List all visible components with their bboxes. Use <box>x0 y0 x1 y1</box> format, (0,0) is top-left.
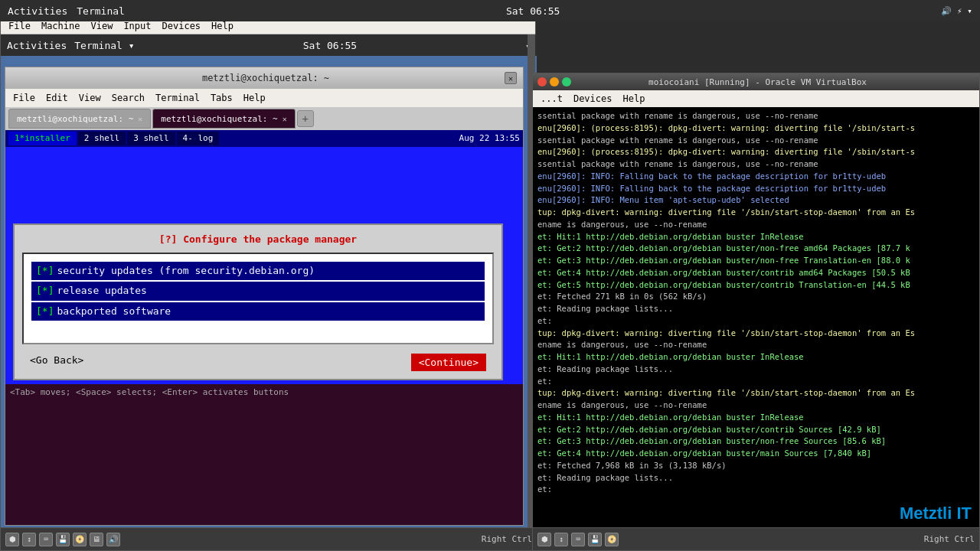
term-menu-help[interactable]: Help <box>239 91 270 105</box>
vbox-right-min[interactable] <box>550 77 559 86</box>
terminal-new-tab-button[interactable]: + <box>297 110 314 127</box>
host-activities[interactable]: Activities <box>8 5 67 17</box>
dialog-title: [?] Configure the package manager <box>22 233 494 246</box>
vbox-right-controls[interactable] <box>537 77 571 86</box>
screen-tab-shell2[interactable]: 2 shell <box>78 132 126 145</box>
log-line: enu[2960]: (process:8195): dpkg-divert: … <box>537 122 975 135</box>
log-line: et: Reading package lists... <box>537 303 975 315</box>
vbox-right-menu-help[interactable]: Help <box>618 92 649 106</box>
log-line: et: Get:3 http://deb.debian.org/debian b… <box>537 255 975 267</box>
dialog-option-release[interactable]: [*] release updates <box>31 282 485 300</box>
vbox-right-menu-1[interactable]: ...t <box>536 92 567 106</box>
vm-desktop: Activities Terminal ▾ Sat 06:55 ▾ metztl… <box>1 34 537 529</box>
log-line: et: Fetched 7,968 kB in 3s (3,138 kB/s) <box>537 460 975 472</box>
log-line: enu[2960]: INFO: Falling back to the pac… <box>537 183 975 195</box>
log-line: tup: dpkg-divert: warning: diverting fil… <box>537 328 975 340</box>
screen-tab-installer[interactable]: 1*installer <box>8 132 77 145</box>
vbox-right-icon-5: 📀 <box>605 533 619 546</box>
log-line: ename is dangerous, use --no-rename <box>537 399 975 412</box>
terminal-tab-bar: metztli@xochiquetzal: ~ ✕ metztli@xochiq… <box>5 107 523 130</box>
terminal-tab-2[interactable]: metztli@xochiquetzal: ~ ✕ <box>152 109 295 129</box>
vbox-right-bottom-bar: ⬢ ↕ ⌨ 💾 📀 Right Ctrl <box>533 527 979 550</box>
log-line: et: Get:5 http://deb.debian.org/debian b… <box>537 279 975 292</box>
terminal-title: metztli@xochiquetzal: ~ <box>27 73 505 83</box>
screen-tab-log[interactable]: 4- log <box>177 132 220 145</box>
dialog-option-release-label: release updates <box>57 284 146 298</box>
log-line: enu[2960]: (process:8195): dpkg-divert: … <box>537 146 975 158</box>
terminal-tab-1[interactable]: metztli@xochiquetzal: ~ ✕ <box>8 109 151 129</box>
vm-gnome-panel: Activities Terminal ▾ Sat 06:55 ▾ <box>1 34 537 56</box>
vbox-right-ctrl-label: Right Ctrl <box>924 534 975 544</box>
log-line: et: Get:2 http://deb.debian.org/debian b… <box>537 243 975 255</box>
installer-status-bar: <Tab> moves; <Space> selects; <Enter> ac… <box>5 384 523 401</box>
vbox-icon-1: ⬢ <box>5 533 19 546</box>
term-menu-search[interactable]: Search <box>107 91 149 105</box>
terminal-menubar: File Edit View Search Terminal Tabs Help <box>5 89 523 107</box>
vbox-right-icon-4: 💾 <box>588 533 602 546</box>
dialog-option-backport[interactable]: [*] backported software <box>31 302 485 321</box>
vbox-right-close[interactable] <box>537 77 547 86</box>
terminal-content-area: 1*installer 2 shell 3 shell 4- log Aug 2… <box>5 130 523 525</box>
vbox-icon-6: 🖥 <box>90 533 103 546</box>
log-line: et: Get:4 http://deb.debian.org/debian b… <box>537 448 975 460</box>
log-line: ssential package with rename is dangerou… <box>537 135 975 147</box>
log-line: et: <box>537 376 975 388</box>
vbox-bottom-bar: ⬢ ↕ ⌨ 💾 📀 🖥 🔊 Right Ctrl <box>1 527 537 550</box>
log-line: et: <box>537 484 975 496</box>
vbox-right-titlebar: moiocoiani [Running] - Oracle VM Virtual… <box>533 73 979 90</box>
vm-terminal-label[interactable]: Terminal ▾ <box>74 40 134 51</box>
log-line: ename is dangerous, use --no-rename <box>537 339 975 351</box>
terminal-close-button[interactable]: ✕ <box>505 72 517 84</box>
host-datetime: Sat 06:55 <box>506 5 560 17</box>
log-line: et: Hit:1 http://deb.debian.org/debian b… <box>537 351 975 364</box>
dialog-continue-button[interactable]: <Continue> <box>411 354 486 371</box>
package-manager-dialog: [?] Configure the package manager [*] se… <box>13 223 503 380</box>
dialog-buttons: <Go Back> <Continue> <box>22 354 494 371</box>
term-menu-terminal[interactable]: Terminal <box>151 91 204 105</box>
terminal-tab-1-close[interactable]: ✕ <box>138 115 142 123</box>
dialog-option-security[interactable]: [*] security updates (from security.debi… <box>31 262 485 280</box>
term-menu-file[interactable]: File <box>8 91 40 105</box>
vbox-icon-5: 📀 <box>73 533 87 546</box>
screen-tab-bar: 1*installer 2 shell 3 shell 4- log Aug 2… <box>5 130 523 147</box>
log-line: et: Get:4 http://deb.debian.org/debian b… <box>537 267 975 279</box>
log-line: et: Hit:1 http://deb.debian.org/debian b… <box>537 412 975 424</box>
log-line: et: Get:2 http://deb.debian.org/debian b… <box>537 424 975 436</box>
vbox-right-menu-devices[interactable]: Devices <box>569 92 617 106</box>
vm-activities-label[interactable]: Activities <box>7 40 67 51</box>
terminal-window: metztli@xochiquetzal: ~ ✕ File Edit View… <box>5 67 524 526</box>
terminal-tab-2-close[interactable]: ✕ <box>283 115 287 123</box>
dialog-inner: [*] security updates (from security.debi… <box>22 253 494 344</box>
host-terminal-label[interactable]: Terminal <box>77 5 125 17</box>
host-top-bar: Activities Terminal Sat 06:55 🔊 ⚡ ▾ <box>0 0 980 21</box>
vbox-right-ctrl-label: Right Ctrl <box>482 534 532 544</box>
term-menu-tabs[interactable]: Tabs <box>206 91 237 105</box>
log-line: ename is dangerous, use --no-rename <box>537 219 975 231</box>
vbox-icon-2: ↕ <box>22 533 36 546</box>
vbox-right-menubar: ...t Devices Help <box>533 90 979 107</box>
vbox-right-window: moiocoiani [Running] - Oracle VM Virtual… <box>532 73 980 551</box>
dialog-option-security-label: security updates (from security.debian.o… <box>57 264 315 278</box>
checkbox-release: [*] <box>36 284 54 298</box>
screen-tab-shell3[interactable]: 3 shell <box>127 132 175 145</box>
log-line: et: Hit:1 http://deb.debian.org/debian b… <box>537 231 975 243</box>
log-line: et: Fetched 271 kB in 0s (562 kB/s) <box>537 291 975 303</box>
vbox-right-icon-1: ⬢ <box>537 533 551 546</box>
vbox-main-window: Вни•Xochiquetzal [Running] - Oracle VM V… <box>0 0 536 551</box>
log-line: et: Get:3 http://deb.debian.org/debian b… <box>537 435 975 448</box>
term-menu-edit[interactable]: Edit <box>41 91 73 105</box>
term-menu-view[interactable]: View <box>74 91 106 105</box>
vbox-right-max[interactable] <box>562 77 571 86</box>
host-tray: 🔊 ⚡ ▾ <box>941 6 972 16</box>
terminal-tab-2-label: metztli@xochiquetzal: ~ <box>161 114 277 124</box>
terminal-titlebar: metztli@xochiquetzal: ~ ✕ <box>5 67 523 89</box>
dialog-option-backport-label: backported software <box>57 305 171 318</box>
host-bar-left: Activities Terminal <box>8 5 125 17</box>
vbox-right-log-content: ssential package with rename is dangerou… <box>533 107 979 529</box>
checkbox-security: [*] <box>36 264 54 278</box>
log-line: enu[2960]: INFO: Menu item 'apt-setup-ud… <box>537 194 975 207</box>
vbox-icon-4: 💾 <box>56 533 70 546</box>
installer-background: [?] Configure the package manager [*] se… <box>5 147 523 384</box>
log-line: tup: dpkg-divert: warning: diverting fil… <box>537 387 975 399</box>
dialog-back-button[interactable]: <Go Back> <box>30 354 83 371</box>
